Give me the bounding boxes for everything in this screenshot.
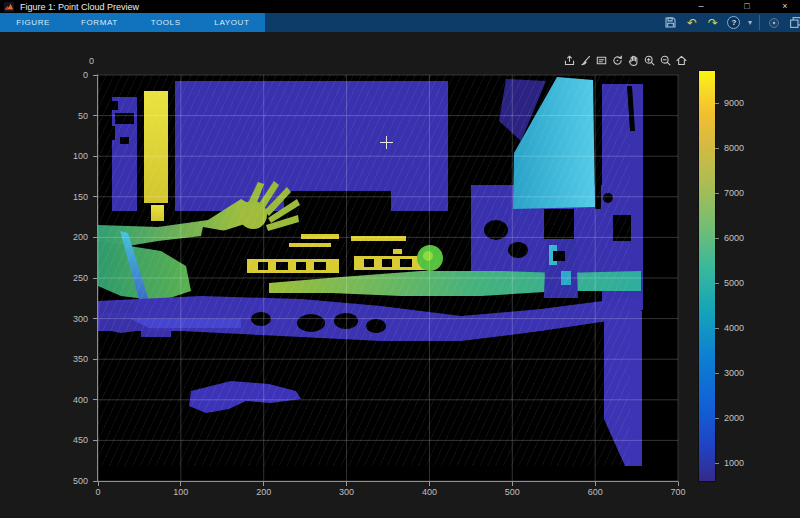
y-tick (93, 75, 97, 76)
scene-left-bit-3 (141, 331, 171, 337)
scene-wall-hole-dot (603, 193, 613, 203)
colorbar-tick-label: 3000 (724, 368, 744, 378)
maximize-button[interactable]: □ (724, 0, 770, 13)
y-tick (93, 481, 97, 482)
help-dropdown-icon[interactable]: ▾ (748, 18, 752, 27)
scene-key-gap-5 (364, 259, 374, 267)
scene-speckle-4 (120, 137, 129, 144)
x-tick (429, 482, 430, 486)
colorbar-gradient (698, 70, 716, 482)
x-tick-label: 500 (505, 487, 520, 497)
scene-monitor-bezel (595, 79, 601, 209)
layout-windows-icon[interactable] (788, 16, 800, 30)
y-tick-label: 250 (73, 273, 88, 283)
x-tick (595, 482, 596, 486)
y-tick (93, 399, 97, 400)
scene-bottle-cap (553, 251, 565, 261)
scene-top-left-notch (98, 75, 141, 97)
rotate-icon[interactable] (610, 53, 625, 68)
scene-speckle-2 (115, 113, 134, 124)
scene-key-gap-1 (258, 262, 268, 270)
datatips-icon[interactable] (594, 53, 609, 68)
y-tick-label: 300 (73, 314, 88, 324)
x-tick-label: 0 (95, 487, 100, 497)
export-icon[interactable] (562, 53, 577, 68)
y-tick-label: 200 (73, 232, 88, 242)
colorbar-tick (715, 238, 719, 239)
y-tick-label: 500 (73, 476, 88, 486)
scene-desk-green-band (269, 271, 641, 296)
zoom-in-icon[interactable] (642, 53, 657, 68)
scene-right-wedge (604, 311, 642, 466)
pan-icon[interactable] (626, 53, 641, 68)
scene-desk-hole-3 (366, 319, 386, 333)
colorbar-tick-label: 4000 (724, 323, 744, 333)
colorbar-tick (715, 463, 719, 464)
x-tick-label: 200 (256, 487, 271, 497)
colorbar-tick-label: 1000 (724, 458, 744, 468)
collapse-ribbon-icon[interactable] (767, 16, 781, 30)
x-tick (346, 482, 347, 486)
y-tick (93, 196, 97, 197)
scene-yellow-bar (144, 91, 168, 203)
scene-speckle-3 (104, 126, 115, 140)
x-tick (180, 482, 181, 486)
y-tick-label: 400 (73, 395, 88, 405)
plot-area[interactable]: 0 0100200300400500600700 050100150200250… (97, 74, 679, 482)
window-title: Figure 1: Point Cloud Preview (20, 2, 139, 12)
colorbar-tick-label: 6000 (724, 233, 744, 243)
scene-key-gap-7 (400, 259, 412, 267)
x-tick (512, 482, 513, 486)
y-tick (93, 440, 97, 441)
y-tick-label: 50 (78, 111, 88, 121)
scene-yellow-dot (393, 249, 402, 254)
y-tick-label: 100 (73, 151, 88, 161)
x-tick (263, 482, 264, 486)
y-tick (93, 156, 97, 157)
y-tick (93, 318, 97, 319)
y-tick-label: 350 (73, 354, 88, 364)
x-tick-label: 400 (422, 487, 437, 497)
undo-icon[interactable]: ↶ (685, 16, 699, 30)
toolbar-separator (759, 15, 760, 30)
close-button[interactable]: × (770, 0, 800, 13)
scene-floor-blob (189, 381, 301, 413)
x-tick (678, 482, 679, 486)
zoom-out-icon[interactable] (658, 53, 673, 68)
save-icon[interactable] (664, 16, 678, 30)
x-tick-label: 100 (173, 487, 188, 497)
scene-speckle-1 (106, 101, 118, 110)
matlab-logo-icon (4, 2, 14, 12)
x-tick (98, 482, 99, 486)
scene-ball-highlight (423, 251, 433, 261)
tab-tools[interactable]: TOOLS (133, 13, 199, 32)
scene-key-gap-3 (296, 262, 306, 270)
y-tick (93, 237, 97, 238)
depth-image (98, 75, 678, 481)
tab-layout[interactable]: LAYOUT (199, 13, 265, 32)
colorbar-tick (715, 328, 719, 329)
x-tick-label: 600 (588, 487, 603, 497)
axes-toolbar (562, 53, 689, 68)
tab-format[interactable]: FORMAT (66, 13, 132, 32)
home-icon[interactable] (674, 53, 689, 68)
colorbar-tick (715, 103, 719, 104)
tab-figure[interactable]: FIGURE (0, 13, 66, 32)
redo-icon[interactable]: ↷ (706, 16, 720, 30)
y-tick (93, 359, 97, 360)
y-tick (93, 115, 97, 116)
colorbar-tick (715, 148, 719, 149)
minimize-button[interactable]: – (678, 0, 724, 13)
toolstrip-tabs: FIGURE FORMAT TOOLS LAYOUT (0, 13, 265, 32)
brush-icon[interactable] (578, 53, 593, 68)
scene-shadow-blob (284, 191, 391, 211)
scene-monitor-stand (544, 209, 574, 239)
scene-desk-hole-2 (334, 313, 358, 329)
titlebar: Figure 1: Point Cloud Preview – □ × (0, 0, 800, 13)
scene-watch (199, 227, 226, 249)
top-axis-zero-label: 0 (89, 56, 94, 66)
scene-yellow-dash-2 (351, 236, 406, 241)
quick-access-bar: ↶ ↷ ? ▾ (664, 13, 800, 32)
help-icon[interactable]: ? (727, 16, 741, 30)
colorbar-tick (715, 283, 719, 284)
